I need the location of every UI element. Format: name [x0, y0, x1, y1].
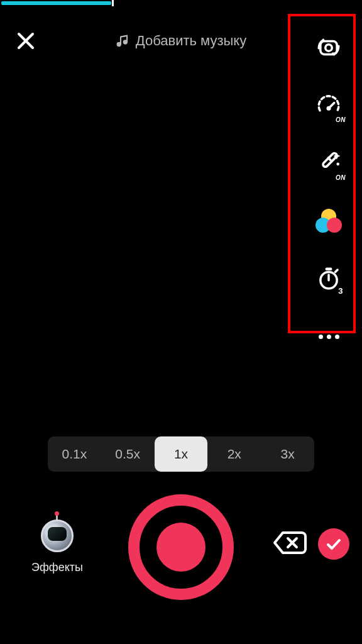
speed-option-2[interactable]: 1x — [155, 436, 208, 472]
flip-camera-icon — [315, 34, 342, 60]
undo-clip-button[interactable] — [273, 530, 307, 558]
check-icon — [325, 535, 343, 553]
beauty-on-badge: ON — [336, 174, 346, 181]
record-right-controls — [273, 528, 349, 560]
add-music-button[interactable]: Добавить музыку — [116, 33, 246, 49]
record-progress-cap — [112, 0, 114, 6]
magic-wand-icon — [315, 149, 343, 177]
speed-toggle-button[interactable]: ON — [313, 89, 344, 121]
svg-rect-13 — [326, 268, 332, 270]
svg-point-10 — [336, 163, 339, 166]
effects-label: Эффекты — [23, 561, 92, 574]
beauty-toggle-button[interactable]: ON — [313, 147, 344, 179]
close-button[interactable] — [16, 31, 35, 50]
side-toolbar: ON ON 3 — [313, 31, 344, 352]
more-icon — [319, 335, 339, 339]
more-tools-button[interactable] — [313, 321, 344, 352]
speed-option-0[interactable]: 0.1x — [48, 436, 101, 472]
filters-icon — [315, 209, 342, 233]
confirm-button[interactable] — [318, 528, 349, 560]
record-progress-bar — [1, 1, 111, 5]
speed-option-3[interactable]: 2x — [207, 436, 261, 472]
speed-on-badge: ON — [336, 116, 346, 123]
add-music-label: Добавить музыку — [136, 33, 246, 49]
flip-camera-button[interactable] — [313, 31, 344, 63]
speed-selector: 0.1x 0.5x 1x 2x 3x — [48, 436, 314, 472]
record-button[interactable] — [128, 494, 234, 600]
filters-button[interactable] — [313, 205, 344, 236]
backspace-x-icon — [273, 530, 307, 555]
timer-button[interactable]: 3 — [313, 263, 344, 294]
svg-line-14 — [336, 270, 338, 272]
effects-icon — [38, 518, 76, 556]
svg-line-7 — [329, 103, 334, 109]
close-icon — [16, 31, 35, 50]
speedometer-icon — [315, 92, 342, 118]
timer-duration-badge: 3 — [338, 286, 343, 296]
record-button-inner — [156, 523, 206, 572]
svg-point-3 — [326, 45, 332, 52]
effects-button[interactable]: Эффекты — [23, 518, 92, 574]
speed-option-1[interactable]: 0.5x — [101, 436, 155, 472]
speed-option-4[interactable]: 3x — [261, 436, 314, 472]
music-note-icon — [116, 34, 129, 48]
